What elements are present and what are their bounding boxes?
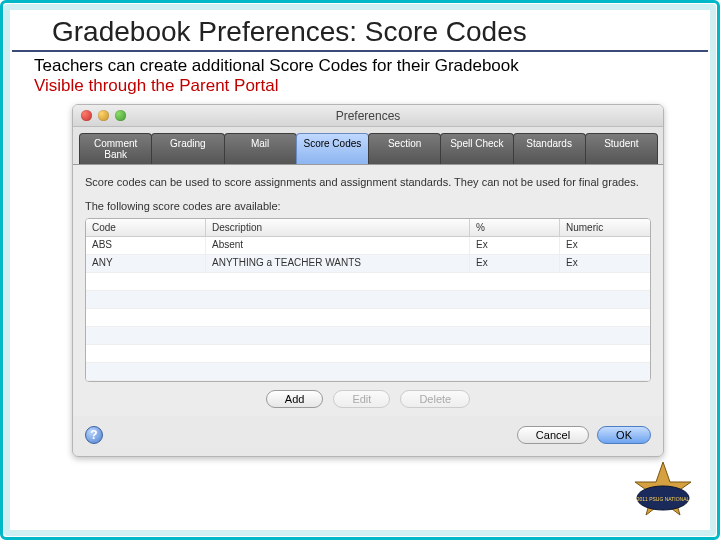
panel-description: Score codes can be used to score assignm…	[85, 175, 651, 190]
slide-subtitle-2: Visible through the Parent Portal	[12, 76, 708, 102]
tab-standards[interactable]: Standards	[513, 133, 586, 164]
col-header-numeric[interactable]: Numeric	[560, 219, 650, 236]
tab-student[interactable]: Student	[585, 133, 658, 164]
cell-numeric: Ex	[560, 237, 650, 254]
tab-mail[interactable]: Mail	[224, 133, 297, 164]
zoom-icon[interactable]	[115, 110, 126, 121]
tab-section[interactable]: Section	[368, 133, 441, 164]
cell-description: Absent	[206, 237, 470, 254]
panel-subheading: The following score codes are available:	[85, 200, 651, 212]
delete-button: Delete	[400, 390, 470, 408]
tab-spell-check[interactable]: Spell Check	[440, 133, 513, 164]
table-row[interactable]	[86, 309, 650, 327]
col-header-description[interactable]: Description	[206, 219, 470, 236]
help-icon[interactable]: ?	[85, 426, 103, 444]
minimize-icon[interactable]	[98, 110, 109, 121]
edit-button: Edit	[333, 390, 390, 408]
cell-percent: Ex	[470, 237, 560, 254]
slide-subtitle-1: Teachers can create additional Score Cod…	[12, 52, 708, 76]
cell-numeric: Ex	[560, 255, 650, 272]
slide-title: Gradebook Preferences: Score Codes	[12, 16, 708, 52]
window-title: Preferences	[73, 109, 663, 123]
score-codes-table: Code Description % Numeric ABS Absent Ex…	[85, 218, 651, 382]
window-footer: ? Cancel OK	[73, 416, 663, 456]
preferences-window: Preferences Comment Bank Grading Mail Sc…	[72, 104, 664, 457]
table-row[interactable]: ABS Absent Ex Ex	[86, 237, 650, 255]
cell-code: ANY	[86, 255, 206, 272]
tab-grading[interactable]: Grading	[151, 133, 224, 164]
window-titlebar: Preferences	[73, 105, 663, 127]
tab-score-codes[interactable]: Score Codes	[296, 133, 369, 164]
cell-code: ABS	[86, 237, 206, 254]
table-row[interactable]: ANY ANYTHING a TEACHER WANTS Ex Ex	[86, 255, 650, 273]
tab-bar: Comment Bank Grading Mail Score Codes Se…	[73, 127, 663, 164]
cancel-button[interactable]: Cancel	[517, 426, 589, 444]
table-header-row: Code Description % Numeric	[86, 219, 650, 237]
col-header-percent[interactable]: %	[470, 219, 560, 236]
table-row[interactable]	[86, 345, 650, 363]
col-header-code[interactable]: Code	[86, 219, 206, 236]
window-controls	[81, 110, 126, 121]
row-action-buttons: Add Edit Delete	[85, 382, 651, 408]
table-row[interactable]	[86, 291, 650, 309]
cell-percent: Ex	[470, 255, 560, 272]
tab-comment-bank[interactable]: Comment Bank	[79, 133, 152, 164]
panel-body: Score codes can be used to score assignm…	[73, 164, 663, 416]
logo-text: 2011 PSUG NATIONAL	[637, 496, 690, 502]
table-row[interactable]	[86, 363, 650, 381]
table-row[interactable]	[86, 327, 650, 345]
close-icon[interactable]	[81, 110, 92, 121]
ok-button[interactable]: OK	[597, 426, 651, 444]
cell-description: ANYTHING a TEACHER WANTS	[206, 255, 470, 272]
table-row[interactable]	[86, 273, 650, 291]
psug-logo: 2011 PSUG NATIONAL	[628, 460, 698, 520]
add-button[interactable]: Add	[266, 390, 324, 408]
